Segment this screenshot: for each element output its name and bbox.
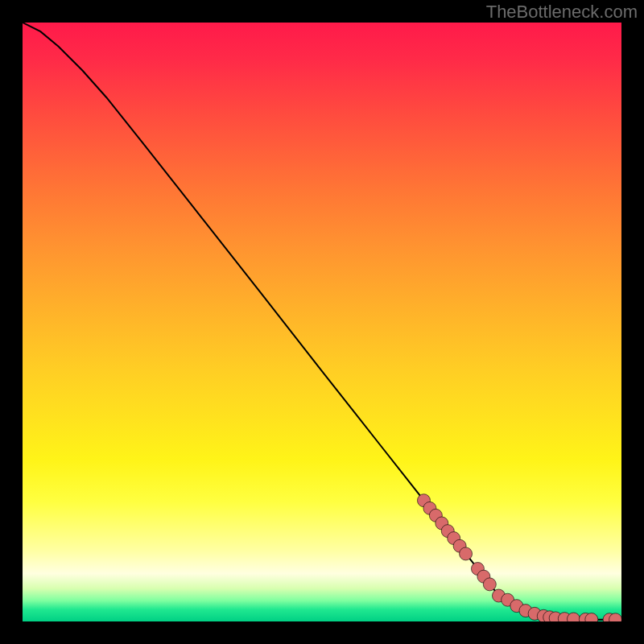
chart-points [417,494,621,621]
chart-area [23,23,621,621]
chart-svg [23,23,621,621]
data-point [460,547,473,560]
data-point [483,578,496,591]
watermark-text: TheBottleneck.com [486,2,638,23]
chart-curve [23,23,621,620]
